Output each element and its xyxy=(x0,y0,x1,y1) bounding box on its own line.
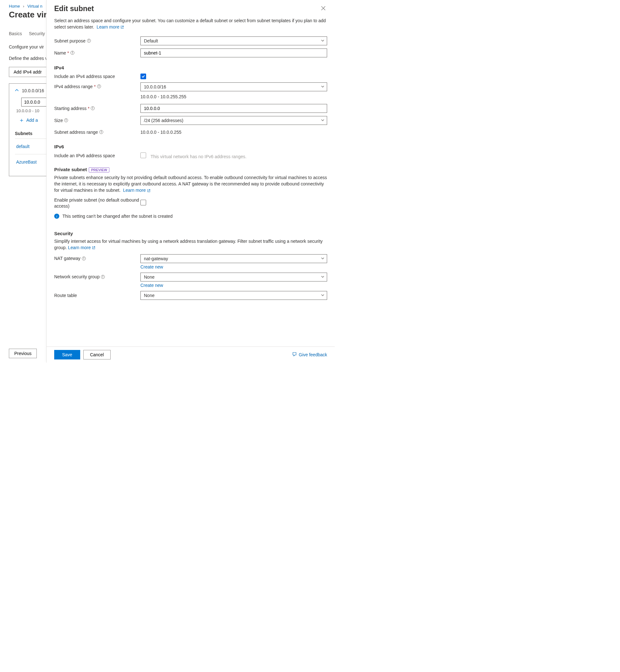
give-feedback-link[interactable]: Give feedback xyxy=(292,352,327,358)
breadcrumb-virtual[interactable]: Virtual n xyxy=(27,4,42,9)
info-icon[interactable] xyxy=(82,256,86,261)
ipv4-range-hint: 10.0.0.0 - 10.0.255.255 xyxy=(141,93,327,101)
name-input[interactable] xyxy=(141,49,327,57)
close-icon[interactable] xyxy=(319,4,327,12)
info-icon[interactable] xyxy=(97,84,101,89)
nsg-select[interactable]: None xyxy=(141,273,327,281)
svg-point-10 xyxy=(93,107,93,107)
info-filled-icon: i xyxy=(54,214,59,219)
svg-point-19 xyxy=(84,257,84,258)
ipv6-hint: This virtual network has no IPv6 address… xyxy=(151,154,247,159)
info-icon[interactable] xyxy=(91,106,95,110)
nat-gateway-select[interactable]: nat-gateway xyxy=(141,254,327,263)
info-icon[interactable] xyxy=(64,118,68,122)
blade-title: Edit subnet xyxy=(54,4,94,13)
private-learn-more-link[interactable]: Learn more xyxy=(123,188,150,193)
edit-subnet-blade: Edit subnet Select an address space and … xyxy=(46,0,335,363)
enable-private-checkbox[interactable] xyxy=(141,200,146,205)
cancel-button[interactable]: Cancel xyxy=(83,350,111,359)
info-icon[interactable] xyxy=(70,51,74,55)
tab-basics[interactable]: Basics xyxy=(9,31,22,38)
subnet-purpose-select[interactable]: Default xyxy=(141,37,327,45)
security-desc: Simplify internet access for virtual mac… xyxy=(54,238,327,251)
external-link-icon xyxy=(120,24,124,31)
ip-block-cidr: 10.0.0.0/16 xyxy=(22,88,44,93)
svg-point-4 xyxy=(72,52,72,52)
subnet-purpose-label: Subnet purpose xyxy=(54,38,86,43)
svg-rect-20 xyxy=(84,258,84,259)
name-label: Name xyxy=(54,50,66,55)
ipv4-range-label: IPv4 address range xyxy=(54,84,93,89)
feedback-icon xyxy=(292,352,297,358)
previous-button[interactable]: Previous xyxy=(9,349,37,358)
subnet-range-value: 10.0.0.0 - 10.0.0.255 xyxy=(141,128,327,136)
include-ipv6-label: Include an IPv6 address space xyxy=(54,153,115,158)
external-link-icon xyxy=(92,245,95,251)
nat-gateway-label: NAT gateway xyxy=(54,256,81,261)
svg-point-16 xyxy=(101,131,101,131)
size-select[interactable]: /24 (256 addresses) xyxy=(141,116,327,125)
svg-rect-8 xyxy=(99,86,99,88)
include-ipv4-checkbox[interactable] xyxy=(141,73,146,79)
svg-rect-11 xyxy=(93,108,93,109)
info-icon[interactable] xyxy=(99,130,103,134)
security-learn-more-link[interactable]: Learn more xyxy=(68,245,95,250)
route-table-label: Route table xyxy=(54,293,77,298)
svg-rect-17 xyxy=(101,132,101,133)
nsg-create-new-link[interactable]: Create new xyxy=(141,283,163,288)
preview-badge: PREVIEW xyxy=(89,167,109,172)
include-ipv6-checkbox xyxy=(141,152,146,158)
ipv6-heading: IPv6 xyxy=(54,144,327,149)
ipv4-heading: IPv4 xyxy=(54,65,327,70)
private-subnet-desc: Private subnets enhance security by not … xyxy=(54,174,327,194)
info-icon[interactable] xyxy=(87,39,91,43)
nsg-label: Network security group xyxy=(54,274,100,279)
size-label: Size xyxy=(54,118,63,123)
svg-point-7 xyxy=(99,85,99,86)
enable-private-label: Enable private subnet (no default outbou… xyxy=(54,197,141,209)
plus-icon: ＋ xyxy=(19,116,24,124)
info-icon[interactable] xyxy=(101,275,105,279)
subnet-link-bastion[interactable]: AzureBast xyxy=(16,159,37,164)
private-subnet-heading: Private subnetPREVIEW xyxy=(54,167,327,172)
svg-point-22 xyxy=(103,276,103,276)
private-note: This setting can't be changed after the … xyxy=(62,214,172,219)
starting-address-label: Starting address xyxy=(54,106,87,111)
add-ipv4-button[interactable]: Add IPv4 addr xyxy=(9,67,47,77)
subnet-range-label: Subnet address range xyxy=(54,130,98,135)
ipv4-range-select[interactable]: 10.0.0.0/16 xyxy=(141,83,327,91)
security-heading: Security xyxy=(54,231,327,236)
nat-create-new-link[interactable]: Create new xyxy=(141,264,163,269)
starting-address-input[interactable] xyxy=(141,104,327,113)
external-link-icon xyxy=(147,188,151,194)
subnet-link-default[interactable]: default xyxy=(16,144,30,149)
include-ipv4-label: Include an IPv4 address space xyxy=(54,74,115,79)
save-button[interactable]: Save xyxy=(54,350,80,359)
svg-rect-5 xyxy=(72,53,72,54)
route-table-select[interactable]: None xyxy=(141,291,327,300)
blade-intro: Select an address space and configure yo… xyxy=(54,17,327,31)
tab-security[interactable]: Security xyxy=(29,31,45,38)
svg-rect-23 xyxy=(103,276,103,278)
learn-more-link[interactable]: Learn more xyxy=(97,24,124,30)
breadcrumb-home[interactable]: Home xyxy=(9,4,20,9)
chevron-up-icon[interactable] xyxy=(15,88,19,93)
